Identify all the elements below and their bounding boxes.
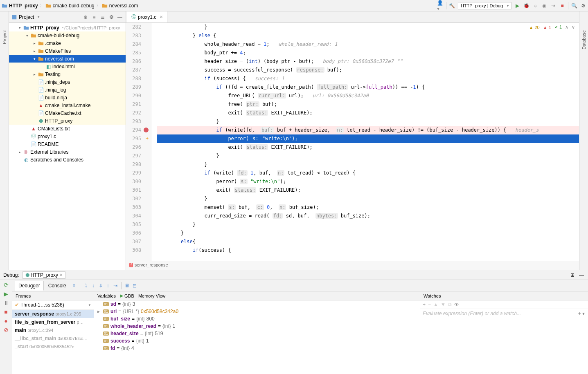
run-icon[interactable]: ▶	[514, 2, 520, 9]
crumb-root[interactable]: HTTP_proxy	[2, 3, 38, 9]
evaluate-icon[interactable]: 🖩	[124, 282, 131, 289]
variable-row[interactable]: 01 buf_size = {int} 800	[94, 315, 420, 322]
copy-watch-icon[interactable]: ⧉	[448, 302, 452, 307]
code-line[interactable]: }	[157, 160, 579, 169]
search-icon[interactable]: 🔍	[571, 2, 577, 9]
remove-watch-icon[interactable]: −	[428, 302, 431, 307]
hide-panel-icon[interactable]: —	[578, 272, 585, 278]
gear-icon[interactable]: ⚙	[108, 14, 115, 20]
code-line[interactable]: if (write(fd, buf: buf + header_size, n:…	[157, 126, 579, 134]
code-line[interactable]: perror( s: "write:\n");	[157, 134, 579, 143]
thread-select[interactable]: ✔ Thread-1…ss 5236)	[12, 300, 94, 310]
code-line[interactable]: if(success) {	[157, 246, 579, 255]
tree-ninja-deps[interactable]: 📄.ninja_deps	[9, 78, 126, 86]
layout-icon[interactable]: ⊞	[569, 272, 576, 278]
tree-proxy1[interactable]: ⓒproxy1.c	[9, 132, 126, 140]
pause-icon[interactable]: ⏸	[3, 300, 9, 306]
profile-icon[interactable]: ◉	[541, 2, 547, 9]
tree-build-dir[interactable]: ▾cmake-build-debug	[9, 31, 126, 39]
variable-row[interactable]: 01 whole_header_read = {int} 1	[94, 322, 420, 330]
rail-database[interactable]: Database	[581, 28, 586, 52]
code-line[interactable]: free( ptr: buf);	[157, 100, 579, 109]
code-line[interactable]: header_size = (int) (body_ptr - buf); bo…	[157, 57, 579, 66]
tree-readme[interactable]: 📄README	[9, 140, 126, 148]
add-watch-icon[interactable]: +	[423, 302, 426, 307]
code-line[interactable]: }	[157, 220, 579, 229]
locate-icon[interactable]: ⊕	[82, 14, 89, 20]
attach-icon[interactable]: ⇥	[550, 2, 556, 9]
tree-root[interactable]: ▾HTTP_proxy~/CLionProjects/HTTP_proxy	[9, 24, 126, 31]
code-line[interactable]: } else {	[157, 31, 579, 40]
code-line[interactable]: free_URL( curr_url: url); url: 0x560d58c…	[157, 92, 579, 100]
crumb-build[interactable]: cmake-build-debug	[45, 3, 95, 9]
vars-tab-variables[interactable]: Variables	[97, 293, 116, 298]
gutter[interactable]: 2822832842852862872882892902912922932942…	[126, 23, 151, 261]
view-bp-icon[interactable]: ●	[4, 318, 7, 324]
code-line[interactable]: }	[157, 229, 579, 237]
code-line[interactable]: exit( status: EXIT_FAILURE);	[157, 143, 579, 152]
step-over-icon[interactable]: ⤵	[83, 282, 89, 289]
code-line[interactable]: exit( status: EXIT_FAILURE);	[157, 109, 579, 117]
variable-row[interactable]: 01 success = {int} 1	[94, 337, 420, 345]
vars-tab-memview[interactable]: Memory View	[138, 293, 165, 298]
code-line[interactable]: }	[157, 117, 579, 126]
tree-cmake-install[interactable]: ▲cmake_install.cmake	[9, 101, 126, 109]
frame-row[interactable]: main proxy1.c:394	[12, 326, 94, 334]
rail-project[interactable]: Project	[2, 28, 7, 47]
code-area[interactable]: } } else { whole_header_read = 1; whole_…	[151, 23, 579, 261]
tree-index-html[interactable]: ◧index.html	[9, 63, 126, 70]
variable-row[interactable]: ▸01 url = {URL *} 0x560d58c342a0	[94, 308, 420, 315]
variable-row[interactable]: 01 header_size = {int} 519	[94, 330, 420, 337]
force-step-icon[interactable]: ⇓	[97, 282, 104, 289]
tree-testing[interactable]: ▸Testing	[9, 70, 126, 78]
tree-extlib[interactable]: ▸⊪External Libraries	[9, 148, 126, 156]
stop-icon[interactable]: ■	[559, 2, 565, 9]
close-tab-icon[interactable]: ✕	[160, 15, 163, 19]
variable-row[interactable]: 01 fd = {int} 4	[94, 345, 420, 352]
frame-row[interactable]: server_response proxy1.c:295	[12, 310, 94, 318]
tree-cmakefiles[interactable]: ▸CMakeFiles	[9, 47, 126, 55]
stop-icon[interactable]: ■	[4, 309, 7, 315]
code-line[interactable]: }	[157, 152, 579, 160]
code-line[interactable]: body_ptr += 4;	[157, 49, 579, 57]
tree-http-proxy-bin[interactable]: ⬢HTTP_proxy	[9, 117, 126, 125]
build-icon[interactable]: 🔨	[449, 2, 455, 9]
hide-icon[interactable]: —	[117, 14, 123, 20]
tree-cmakecache[interactable]: 📄CMakeCache.txt	[9, 109, 126, 117]
tab-console[interactable]: Console	[45, 281, 70, 291]
debug-icon[interactable]: 🐞	[523, 2, 529, 9]
tree-neverssl[interactable]: ▾neverssl.com	[9, 55, 126, 63]
settings-icon[interactable]: ⚙	[580, 2, 586, 9]
expand-icon[interactable]: ≡	[91, 14, 97, 20]
collapse-icon[interactable]: ≣	[99, 14, 106, 20]
tree-cmakelists[interactable]: ▲CMakeLists.txt	[9, 125, 126, 132]
up-watch-icon[interactable]: ▲	[433, 302, 438, 307]
add-expr-icon[interactable]: + ▾	[578, 311, 588, 316]
project-tree[interactable]: ▾HTTP_proxy~/CLionProjects/HTTP_proxy ▾c…	[9, 23, 126, 270]
variable-row[interactable]: 01 sd = {int} 3	[94, 300, 420, 308]
code-line[interactable]: if (write( fd: 1, buf, n: tot_read) < to…	[157, 169, 579, 177]
down-watch-icon[interactable]: ▼	[441, 302, 446, 307]
code-line[interactable]: else{	[157, 237, 579, 246]
code-line[interactable]: }	[157, 23, 579, 31]
add-config-icon[interactable]: 👤▾	[437, 2, 444, 9]
coverage-icon[interactable]: ⟐	[532, 2, 538, 9]
tree-scratches[interactable]: ◐Scratches and Consoles	[9, 156, 126, 163]
trace-icon[interactable]: ⊟	[131, 282, 138, 289]
debug-config-chip[interactable]: ⬢ HTTP_proxy ✕	[23, 271, 65, 279]
run-config-select[interactable]: HTTP_proxy | Debug	[458, 2, 511, 9]
rerun-icon[interactable]: ⟳	[4, 282, 9, 288]
tree-ninja-log[interactable]: 📄.ninja_log	[9, 86, 126, 94]
resume-icon[interactable]: ▶	[4, 291, 8, 297]
code-line[interactable]: exit( status: EXIT_FAILURE);	[157, 186, 579, 195]
step-into-icon[interactable]: ↓	[90, 282, 97, 289]
run-to-cursor-icon[interactable]: ⇥	[112, 282, 119, 289]
watch-input[interactable]: Evaluate expression (Enter) or add a wat…	[420, 309, 578, 318]
close-icon[interactable]: ✕	[59, 273, 63, 277]
code-line[interactable]: memset( s: buf, c: 0, n: buf_size);	[157, 203, 579, 212]
show-watch-icon[interactable]: 👁	[454, 302, 459, 307]
tree-cmake[interactable]: ▸.cmake	[9, 39, 126, 47]
crumb-leaf[interactable]: neverssl.com	[102, 3, 138, 9]
code-line[interactable]: curr_read_size = read( fd: sd, buf, nbyt…	[157, 212, 579, 220]
vars-tab-gdb[interactable]: ▶GDB	[120, 293, 134, 298]
